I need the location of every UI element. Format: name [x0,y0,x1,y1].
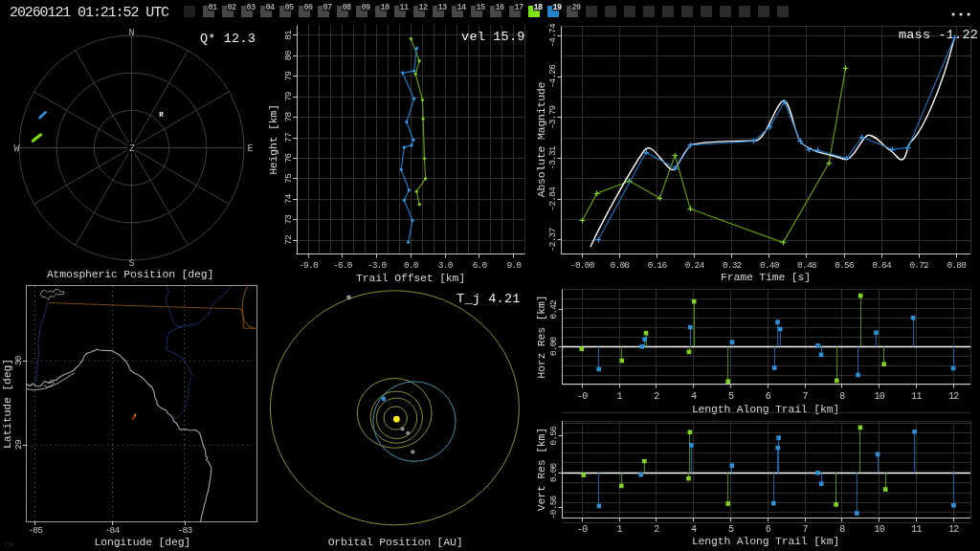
svg-text:13: 13 [438,3,448,12]
svg-text:mass -1.22: mass -1.22 [899,28,978,42]
svg-text:12: 12 [419,3,429,12]
svg-text:18: 18 [534,3,544,12]
svg-text:9.0: 9.0 [506,260,522,271]
svg-text:-6.0: -6.0 [333,260,353,271]
svg-text:-2.37: -2.37 [547,229,558,253]
svg-text:rjw: rjw [4,541,14,548]
svg-text:-3.0: -3.0 [368,260,388,271]
svg-text:2: 2 [654,524,659,535]
svg-text:12: 12 [948,391,959,402]
svg-text:Length Along Trail [km]: Length Along Trail [km] [692,535,839,547]
svg-text:0.80: 0.80 [947,260,967,271]
svg-text:7: 7 [802,391,808,402]
svg-text:0.42: 0.42 [548,299,559,320]
svg-text:79: 79 [283,91,294,101]
svg-text:2: 2 [654,391,659,402]
svg-text:3.0: 3.0 [438,260,454,271]
svg-text:08: 08 [343,3,352,12]
svg-text:Height [km]: Height [km] [267,104,279,175]
svg-text:W: W [13,143,19,154]
svg-text:06: 06 [304,3,314,12]
svg-text:72: 72 [283,234,294,245]
svg-text:-4.26: -4.26 [547,64,558,89]
svg-text:02: 02 [228,3,237,12]
svg-text:T_j 4.21: T_j 4.21 [457,292,520,306]
svg-text:0.0: 0.0 [404,260,419,271]
svg-text:-0.56: -0.56 [548,495,559,519]
svg-text:79: 79 [283,71,294,81]
svg-text:0.00: 0.00 [548,462,559,482]
svg-text:19: 19 [553,3,563,12]
svg-text:81: 81 [283,30,294,40]
svg-text:-3.79: -3.79 [547,104,558,129]
svg-text:11: 11 [911,391,922,402]
svg-text:12: 12 [948,524,959,535]
svg-text:10: 10 [381,3,390,12]
svg-text:8: 8 [839,391,845,402]
svg-text:6.0: 6.0 [473,260,488,271]
svg-text:11: 11 [400,3,410,12]
svg-text:R: R [159,111,164,119]
svg-text:20: 20 [572,3,582,12]
svg-text:29: 29 [13,439,24,450]
svg-text:76: 76 [283,152,294,163]
svg-text:Vert Res [km]: Vert Res [km] [535,428,547,511]
svg-text:6: 6 [766,524,771,535]
svg-text:1: 1 [616,391,622,402]
svg-text:-83: -83 [178,525,193,536]
svg-text:-4.74: -4.74 [547,23,558,48]
svg-text:1: 1 [616,524,622,535]
svg-text:0.32: 0.32 [723,260,743,271]
svg-text:Atmospheric Position [deg]: Atmospheric Position [deg] [47,268,213,280]
svg-text:5: 5 [728,524,734,535]
svg-text:Length Along Trail [km]: Length Along Trail [km] [692,403,839,415]
svg-text:-0: -0 [577,391,588,402]
svg-text:7: 7 [802,524,808,535]
svg-text:vel 15.9: vel 15.9 [461,30,524,44]
svg-text:-2.84: -2.84 [547,187,558,211]
svg-text:-85: -85 [28,525,43,536]
svg-text:Longitude [deg]: Longitude [deg] [95,536,191,548]
svg-text:6: 6 [766,391,771,402]
svg-text:0.72: 0.72 [909,260,929,271]
svg-text:Horz Res [km]: Horz Res [km] [535,296,547,379]
svg-text:Frame Time [s]: Frame Time [s] [721,271,811,283]
svg-text:Trail Offset [km]: Trail Offset [km] [356,272,465,284]
svg-text:Latitude [deg]: Latitude [deg] [1,359,13,449]
svg-text:74: 74 [283,193,294,204]
svg-text:-0.00: -0.00 [570,260,595,271]
svg-text:8: 8 [839,524,845,535]
svg-text:0.40: 0.40 [760,260,780,271]
svg-text:10: 10 [874,524,884,535]
svg-text:N: N [128,28,134,38]
svg-text:78: 78 [283,112,294,122]
svg-text:30: 30 [13,355,24,365]
svg-text:77: 77 [283,133,294,143]
svg-text:16: 16 [496,3,505,12]
svg-text:01: 01 [209,3,218,12]
svg-text:Orbital Position [AU]: Orbital Position [AU] [328,536,463,548]
svg-text:75: 75 [283,173,294,184]
svg-text:17: 17 [515,3,524,12]
svg-text:80: 80 [283,50,294,60]
svg-text:-0: -0 [577,524,588,535]
svg-text:0.08: 0.08 [611,260,631,271]
svg-text:4: 4 [691,524,697,535]
svg-text:-84: -84 [105,525,121,536]
svg-text:0.56: 0.56 [835,260,855,271]
svg-text:0.56: 0.56 [548,426,559,446]
svg-text:Z: Z [129,143,135,154]
svg-text:03: 03 [247,3,256,12]
svg-text:4: 4 [691,391,697,402]
svg-text:0.24: 0.24 [685,260,705,271]
svg-text:15: 15 [477,3,486,12]
svg-text:0.00: 0.00 [548,336,559,356]
svg-text:09: 09 [362,3,371,12]
svg-text:E: E [247,143,253,154]
svg-text:0.48: 0.48 [797,260,817,271]
svg-text:0.16: 0.16 [648,260,668,271]
svg-text:04: 04 [266,3,276,12]
svg-text:07: 07 [323,3,333,12]
svg-text:05: 05 [285,3,295,12]
svg-text:0.64: 0.64 [872,260,892,271]
